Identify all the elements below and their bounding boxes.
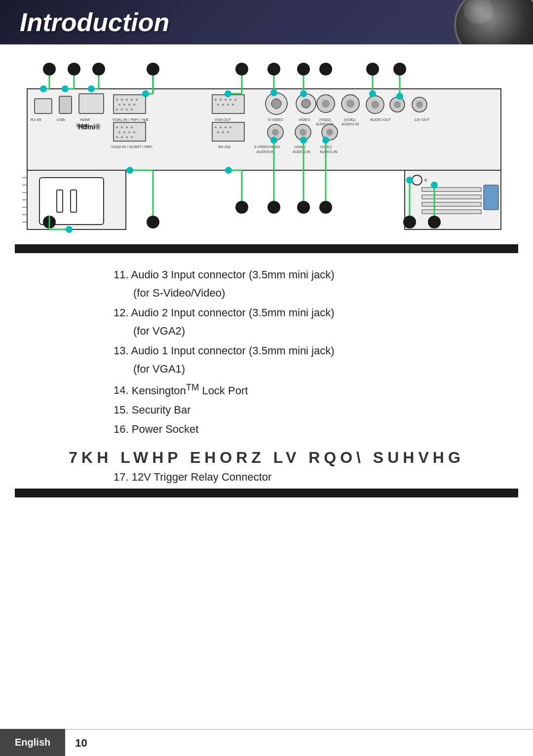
page-number-value: 10 — [75, 737, 87, 750]
svg-point-36 — [123, 104, 125, 106]
svg-text:AUDIO1-IN: AUDIO1-IN — [342, 122, 359, 126]
svg-point-73 — [229, 126, 231, 128]
item-text: Audio 3 Input connector (3.5mm mini jack… — [131, 268, 335, 281]
svg-point-82 — [302, 99, 310, 108]
svg-point-35 — [118, 104, 120, 106]
svg-point-67 — [232, 104, 234, 106]
diagram-area: K RJ-45 USB HDMI Hdmi VGA1-IN / PbPr / Y… — [0, 44, 533, 242]
svg-point-52 — [133, 131, 135, 133]
svg-point-108 — [394, 101, 401, 108]
svg-point-158 — [300, 137, 307, 144]
svg-point-39 — [116, 109, 118, 111]
svg-point-45 — [116, 126, 118, 128]
svg-text:(VGA2): (VGA2) — [319, 118, 331, 122]
svg-text:HDMI: HDMI — [80, 117, 90, 122]
svg-text:K: K — [424, 178, 427, 183]
svg-point-154 — [225, 167, 232, 174]
svg-point-160 — [322, 137, 329, 144]
svg-text:AUDIO-OUT: AUDIO-OUT — [370, 117, 391, 122]
top-divider-bar — [15, 244, 518, 253]
svg-point-170 — [270, 89, 277, 96]
svg-point-169 — [225, 90, 231, 97]
svg-text:RJ-45: RJ-45 — [31, 117, 41, 122]
svg-point-32 — [126, 99, 128, 101]
svg-rect-24 — [59, 96, 72, 113]
item-number: 16. — [114, 423, 129, 435]
svg-text:AUDIO2-IN: AUDIO2-IN — [293, 150, 310, 153]
svg-point-115 — [92, 63, 105, 76]
svg-point-138 — [147, 216, 159, 228]
svg-point-40 — [121, 109, 123, 111]
svg-point-151 — [126, 167, 133, 174]
svg-point-63 — [234, 99, 236, 101]
svg-rect-18 — [422, 195, 481, 199]
page-number: 10 — [65, 729, 533, 756]
svg-point-85 — [272, 129, 279, 136]
list-item: 14. KensingtonTM Lock Port — [114, 379, 494, 400]
svg-point-113 — [43, 63, 56, 76]
svg-point-122 — [393, 63, 406, 76]
svg-text:VGA2-IN / SCART / PbPr: VGA2-IN / SCART / PbPr — [111, 145, 153, 149]
svg-point-117 — [235, 63, 248, 76]
svg-point-65 — [222, 104, 224, 106]
svg-point-114 — [68, 63, 80, 76]
svg-point-111 — [416, 101, 423, 108]
svg-point-89 — [322, 100, 330, 108]
svg-point-165 — [40, 85, 47, 92]
svg-point-97 — [346, 100, 354, 108]
svg-point-121 — [366, 63, 379, 76]
svg-point-48 — [131, 126, 133, 128]
svg-point-141 — [297, 201, 310, 214]
list-item-security-bar: 15. Security Bar — [114, 401, 494, 419]
item-text: KensingtonTM Lock Port — [132, 384, 248, 397]
svg-text:12V OUT: 12V OUT — [414, 117, 430, 122]
svg-point-166 — [62, 85, 69, 92]
svg-point-64 — [217, 104, 219, 106]
item-list: 11. Audio 3 Input connector (3.5mm mini … — [15, 258, 518, 445]
item-number: 11. — [114, 268, 129, 281]
svg-point-51 — [128, 131, 130, 133]
svg-text:USB: USB — [57, 117, 65, 122]
diagram-svg: K RJ-45 USB HDMI Hdmi VGA1-IN / PbPr / Y… — [0, 44, 533, 242]
item-subtext: (for S-Video/Video) — [114, 284, 494, 302]
svg-text:VGA OUT: VGA OUT — [215, 117, 231, 122]
svg-text:Hdmi®: Hdmi® — [78, 123, 101, 131]
svg-point-168 — [142, 90, 149, 97]
item-number: 15. — [114, 404, 129, 416]
svg-point-164 — [431, 182, 438, 189]
item-text: Audio 2 Input connector (3.5mm mini jack… — [131, 306, 335, 319]
svg-point-118 — [267, 63, 280, 76]
svg-text:RS-232: RS-232 — [218, 145, 230, 149]
svg-point-74 — [217, 131, 219, 133]
svg-point-50 — [123, 131, 125, 133]
svg-rect-21 — [484, 185, 498, 210]
svg-point-56 — [131, 136, 133, 138]
svg-point-60 — [220, 99, 222, 101]
svg-rect-19 — [422, 202, 481, 206]
svg-point-144 — [428, 216, 441, 228]
svg-point-70 — [215, 126, 217, 128]
highlight-text: 7KH LWHP EHORZ LV RQO\ SUHVHG — [15, 445, 518, 471]
svg-text:(VGA1): (VGA1) — [344, 118, 355, 122]
svg-point-140 — [267, 201, 280, 214]
svg-point-76 — [227, 131, 229, 133]
svg-point-66 — [227, 104, 229, 106]
item-number: 12. — [114, 306, 129, 319]
svg-text:AUDIO3-IN: AUDIO3-IN — [257, 150, 274, 153]
item-text: Power Socket — [132, 423, 199, 435]
svg-point-106 — [371, 101, 379, 109]
list-item: 12. Audio 2 Input connector (3.5mm mini … — [114, 303, 494, 340]
svg-point-59 — [215, 99, 217, 101]
item-17: 17. 12V Trigger Relay Connector — [15, 471, 518, 484]
lens-decoration — [454, 0, 533, 44]
page-footer: English 10 — [0, 729, 533, 756]
page-title: Introduction — [20, 7, 169, 37]
svg-point-30 — [116, 99, 118, 101]
svg-point-31 — [121, 99, 123, 101]
svg-point-116 — [147, 63, 159, 76]
svg-point-61 — [225, 99, 227, 101]
item-17-number: 17. — [114, 471, 129, 483]
svg-point-101 — [326, 129, 333, 136]
svg-point-120 — [319, 63, 332, 76]
item-subtext: (for VGA2) — [114, 322, 494, 340]
